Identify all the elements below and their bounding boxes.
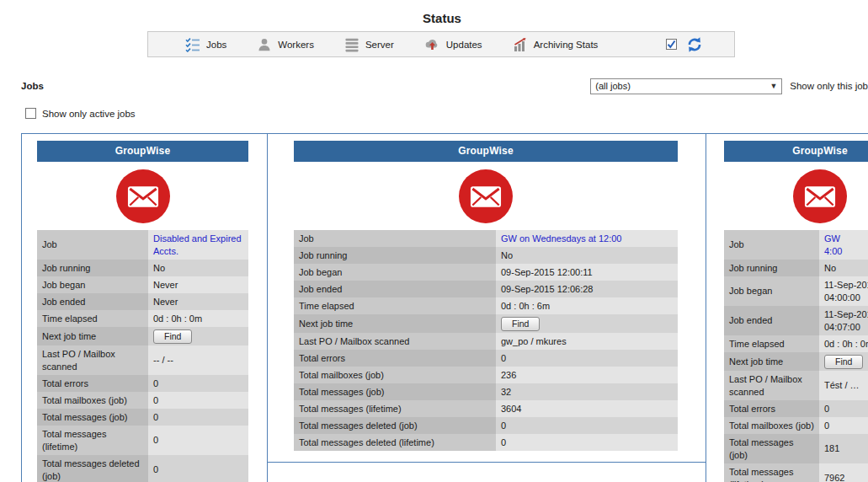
jobs-section-label: Jobs <box>21 81 44 91</box>
stat-label: Total errors <box>37 375 148 392</box>
archiving-stats-icon <box>513 37 528 52</box>
tab-jobs-label: Jobs <box>206 40 226 50</box>
stat-row: Job began11-Sep-2015 04:00:00 <box>724 276 868 306</box>
stat-label: Job <box>37 230 148 260</box>
job-stats-table: JobGW on Wednesdays at 12:00Job runningN… <box>294 230 678 451</box>
tab-updates-label: Updates <box>446 40 482 50</box>
find-button[interactable]: Find <box>824 355 863 369</box>
find-button[interactable]: Find <box>153 329 192 344</box>
tab-archiving-stats-label: Archiving Stats <box>534 40 599 50</box>
tab-workers[interactable]: Workers <box>257 37 314 52</box>
stat-label: Job began <box>724 276 819 306</box>
stat-value: -- / -- <box>148 345 248 375</box>
panel-header: GroupWise <box>724 141 868 162</box>
stat-value: 09-Sep-2015 12:00:11 <box>496 264 678 281</box>
stat-row: Total messages (lifetime)7962 <box>724 463 868 482</box>
stat-row: Total messages (job)181 <box>724 434 868 463</box>
auto-refresh-checkbox[interactable] <box>666 39 677 50</box>
job-panel-1: GroupWise JobDisabled and Expired Accts.… <box>21 133 268 482</box>
stat-label: Job <box>724 230 819 260</box>
stat-value: 236 <box>496 367 678 383</box>
tab-jobs[interactable]: Jobs <box>185 37 226 52</box>
tab-workers-label: Workers <box>278 40 314 50</box>
stat-row: Job beganNever <box>37 276 248 293</box>
job-panels: GroupWise JobDisabled and Expired Accts.… <box>21 133 868 482</box>
stat-value: Never <box>148 276 248 293</box>
stat-row: Job runningNo <box>37 260 248 276</box>
stat-row: Job runningNo <box>724 260 868 276</box>
stat-row: JobGW 4:00 <box>724 230 868 260</box>
stat-label: Time elapsed <box>294 297 496 314</box>
stat-label: Job running <box>724 260 819 276</box>
job-panel-2: GroupWise JobGW on Wednesdays at 12:00Jo… <box>267 133 706 463</box>
stat-label: Job began <box>294 264 496 281</box>
stat-row: Job ended09-Sep-2015 12:06:28 <box>294 281 678 297</box>
show-only-active-jobs-label: Show only active jobs <box>42 109 136 119</box>
stat-row: Total messages (job)0 <box>37 409 248 426</box>
stat-value: 0d : 0h : 6m <box>496 297 678 314</box>
page-title: Status <box>147 11 737 25</box>
job-link[interactable]: GW 4:00 <box>824 233 842 256</box>
show-only-this-job-label: Show only this job <box>790 81 868 91</box>
stat-row: Last PO / Mailbox scanned-- / -- <box>37 345 248 375</box>
job-stats-table: JobGW 4:00Job runningNoJob began11-Sep-2… <box>724 230 868 482</box>
stat-label: Total mailboxes (job) <box>294 367 496 383</box>
find-button[interactable]: Find <box>501 317 540 331</box>
stat-row: Job endedNever <box>37 293 248 310</box>
stat-row: Last PO / Mailbox scannedgw_po / mkures <box>294 333 678 350</box>
stat-row: Total errors0 <box>37 375 248 392</box>
stat-row: Total errors0 <box>294 350 678 367</box>
stat-value: Never <box>148 293 248 310</box>
stat-row: Total mailboxes (job)0 <box>37 392 248 409</box>
stat-label: Total messages (lifetime) <box>37 426 148 455</box>
stat-row: Total mailboxes (job)236 <box>294 367 678 383</box>
job-filter-select[interactable]: (all jobs) ▼ <box>590 78 782 94</box>
refresh-icon[interactable] <box>685 35 704 54</box>
stat-row: Job runningNo <box>294 247 678 264</box>
toolbar: Jobs Workers Server Upd <box>147 31 735 57</box>
stat-value: gw_po / mkures <box>496 333 678 350</box>
stat-value: No <box>819 260 868 276</box>
stat-value: 0 <box>819 417 868 434</box>
job-filter-selected-value: (all jobs) <box>595 81 631 91</box>
show-only-active-jobs-checkbox[interactable] <box>25 108 36 119</box>
stat-label: Next job time <box>294 314 496 333</box>
job-link[interactable]: GW on Wednesdays at 12:00 <box>501 233 622 244</box>
stat-value: 11-Sep-2015 04:00:00 <box>819 276 868 306</box>
tab-server[interactable]: Server <box>344 37 394 52</box>
stat-label: Total messages (lifetime) <box>294 400 496 417</box>
jobs-checklist-icon <box>185 37 200 52</box>
stat-value: 32 <box>496 383 678 400</box>
stat-label: Total messages (lifetime) <box>724 463 819 482</box>
stat-label: Job running <box>37 260 148 276</box>
stat-label: Total messages (job) <box>294 383 496 400</box>
stat-row: Next job timeFind <box>724 352 868 371</box>
stat-value: 0d : 0h : 0m <box>148 310 248 327</box>
stat-label: Job ended <box>294 281 496 297</box>
stat-label: Total messages deleted (lifetime) <box>294 434 496 451</box>
stat-label: Total messages (job) <box>724 434 819 463</box>
stat-value: No <box>496 247 678 264</box>
stat-row: Next job timeFind <box>37 327 248 345</box>
stat-row: Last PO / Mailbox scannedTést / … <box>724 371 868 400</box>
email-icon <box>459 169 513 223</box>
tab-updates[interactable]: Updates <box>424 37 482 52</box>
panel-header: GroupWise <box>294 141 678 162</box>
server-icon <box>344 37 359 52</box>
email-icon <box>116 169 170 223</box>
tab-archiving-stats[interactable]: Archiving Stats <box>513 37 599 52</box>
stat-value: 0 <box>496 434 678 451</box>
stat-label: Job ended <box>37 293 148 310</box>
stat-label: Job ended <box>724 306 819 335</box>
stat-label: Next job time <box>37 327 148 345</box>
email-icon <box>793 169 847 223</box>
stat-row: Total messages deleted (job)0 <box>37 455 248 482</box>
stat-value: GW on Wednesdays at 12:00 <box>496 230 678 247</box>
stat-label: Total mailboxes (job) <box>37 392 148 409</box>
stat-value: 7962 <box>819 463 868 482</box>
stat-label: Total messages (job) <box>37 409 148 426</box>
jobs-filter-row: Jobs (all jobs) ▼ Show only this job <box>21 78 868 94</box>
job-link[interactable]: Disabled and Expired Accts. <box>153 233 242 256</box>
tab-server-label: Server <box>365 40 394 50</box>
stat-label: Total errors <box>724 400 819 417</box>
